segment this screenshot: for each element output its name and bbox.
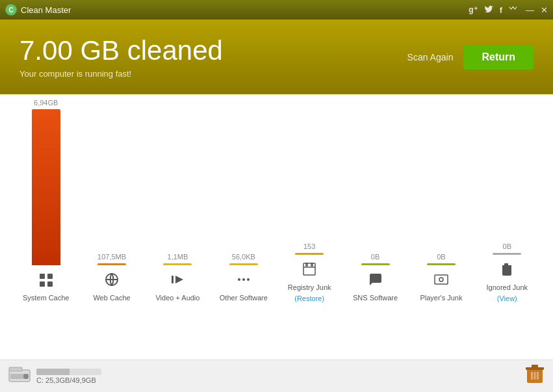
svg-rect-20 bbox=[9, 367, 22, 371]
bar-container-sns-software bbox=[359, 263, 392, 265]
bar-value-web-cache: 107,5MB bbox=[97, 253, 126, 261]
statusbar: C: 25,3GB/49,9GB bbox=[0, 359, 553, 392]
category-link-ignored-junk[interactable]: (View) bbox=[497, 294, 517, 302]
chart-item-other-software: 56,0KB Other Software bbox=[211, 107, 276, 302]
category-label-sns-software: SNS Software bbox=[353, 294, 398, 302]
titlebar-left: C Clean Master bbox=[5, 4, 71, 16]
bar-line-sns-software bbox=[361, 263, 390, 265]
disk-info: C: 25,3GB/49,9GB bbox=[8, 365, 101, 388]
scan-again-button[interactable]: Scan Again bbox=[407, 52, 454, 62]
bar-container-video-audio bbox=[161, 263, 194, 265]
icon-area-registry-junk: Registry Junk (Restore) bbox=[288, 261, 331, 302]
bar-value-players-junk: 0B bbox=[437, 253, 445, 261]
category-label-registry-junk: Registry Junk bbox=[288, 283, 331, 292]
svg-rect-15 bbox=[435, 275, 448, 284]
signal-icon[interactable] bbox=[509, 5, 518, 16]
category-icon-system-cache bbox=[38, 272, 54, 291]
header-subtitle: Your computer is running fast! bbox=[19, 69, 223, 79]
bar-container-system-cache bbox=[30, 109, 62, 265]
category-label-video-audio: Video + Audio bbox=[155, 294, 199, 302]
close-button[interactable]: ✕ bbox=[541, 5, 548, 15]
chart-item-system-cache: 6,94GB System Cache bbox=[13, 107, 79, 302]
icon-area-sns-software: SNS Software bbox=[353, 272, 398, 302]
main-content: 6,94GB System Cache 107,5MB Web Cache 1,… bbox=[0, 94, 553, 359]
return-button[interactable]: Return bbox=[463, 45, 534, 70]
header-right: Scan Again Return bbox=[407, 45, 534, 70]
category-label-players-junk: Player's Junk bbox=[420, 294, 462, 302]
svg-rect-7 bbox=[172, 276, 174, 283]
bar-value-sns-software: 0B bbox=[371, 253, 379, 261]
bar-line-ignored-junk bbox=[493, 253, 521, 255]
category-label-other-software: Other Software bbox=[220, 294, 268, 302]
icon-area-other-software: Other Software bbox=[220, 272, 268, 302]
bar-container-other-software bbox=[227, 263, 260, 265]
svg-rect-24 bbox=[531, 372, 533, 380]
svg-rect-5 bbox=[47, 281, 53, 287]
google-plus-icon[interactable]: g⁺ bbox=[469, 5, 477, 14]
chart-item-video-audio: 1,1MB Video + Audio bbox=[145, 107, 211, 302]
category-icon-other-software bbox=[236, 272, 251, 291]
chart-area: 6,94GB System Cache 107,5MB Web Cache 1,… bbox=[6, 107, 547, 302]
svg-rect-11 bbox=[303, 263, 315, 275]
header-left: 7.00 GB cleaned Your computer is running… bbox=[19, 35, 223, 79]
category-icon-registry-junk bbox=[302, 261, 317, 281]
icon-area-video-audio: Video + Audio bbox=[155, 272, 199, 302]
category-icon-players-junk bbox=[433, 272, 449, 291]
bar-value-video-audio: 1,1MB bbox=[168, 253, 188, 261]
window-controls: — ✕ bbox=[526, 5, 548, 15]
bar-line-web-cache bbox=[97, 263, 126, 265]
icon-area-players-junk: Player's Junk bbox=[420, 272, 462, 302]
icon-area-system-cache: System Cache bbox=[23, 272, 70, 302]
category-label-ignored-junk: Ignored Junk bbox=[487, 283, 528, 292]
titlebar-controls: g⁺ f — ✕ bbox=[469, 5, 548, 16]
bar-container-players-junk bbox=[425, 263, 457, 265]
cleaned-amount: 7.00 GB cleaned bbox=[19, 35, 223, 66]
svg-rect-13 bbox=[311, 263, 313, 266]
bar-value-other-software: 56,0KB bbox=[232, 253, 255, 261]
bar-line-other-software bbox=[229, 263, 258, 265]
chart-item-players-junk: 0B Player's Junk bbox=[408, 107, 474, 302]
bar-line-video-audio bbox=[163, 263, 192, 265]
bar-value-ignored-junk: 0B bbox=[503, 242, 511, 250]
category-icon-ignored-junk bbox=[499, 261, 515, 281]
bar-line-players-junk bbox=[427, 263, 456, 265]
bar-container-ignored-junk bbox=[491, 253, 523, 255]
bar-line-registry-junk bbox=[295, 253, 324, 255]
svg-point-8 bbox=[238, 278, 240, 281]
trash-icon[interactable] bbox=[524, 363, 545, 389]
chart-item-registry-junk: 153 Registry Junk (Restore) bbox=[277, 107, 342, 302]
svg-point-10 bbox=[247, 278, 250, 281]
disk-label: C: 25,3GB/49,9GB bbox=[36, 376, 101, 384]
chart-item-sns-software: 0B SNS Software bbox=[342, 107, 408, 302]
minimize-button[interactable]: — bbox=[526, 5, 534, 15]
app-logo: C bbox=[5, 4, 17, 16]
svg-text:C: C bbox=[8, 7, 13, 14]
facebook-icon[interactable]: f bbox=[500, 5, 502, 15]
svg-point-16 bbox=[439, 278, 443, 281]
svg-point-9 bbox=[242, 278, 245, 281]
category-icon-web-cache bbox=[104, 272, 120, 291]
bar-value-registry-junk: 153 bbox=[303, 242, 315, 250]
svg-rect-4 bbox=[40, 281, 45, 287]
disk-detail: C: 25,3GB/49,9GB bbox=[36, 369, 101, 384]
svg-rect-25 bbox=[534, 372, 536, 380]
icon-area-web-cache: Web Cache bbox=[93, 272, 130, 302]
bar-system-cache bbox=[32, 109, 60, 265]
svg-point-19 bbox=[23, 374, 29, 379]
app-title: Clean Master bbox=[21, 5, 71, 15]
disk-bar-outer bbox=[36, 369, 101, 375]
svg-rect-3 bbox=[47, 274, 53, 279]
bar-container-web-cache bbox=[96, 263, 128, 265]
disk-bar-inner bbox=[36, 369, 70, 375]
bar-container-registry-junk bbox=[293, 253, 326, 255]
chart-item-ignored-junk: 0B Ignored Junk (View) bbox=[474, 107, 540, 302]
twitter-icon[interactable] bbox=[484, 5, 493, 16]
category-link-registry-junk[interactable]: (Restore) bbox=[294, 294, 324, 302]
category-label-web-cache: Web Cache bbox=[93, 294, 130, 302]
chart-item-web-cache: 107,5MB Web Cache bbox=[79, 107, 144, 302]
svg-rect-12 bbox=[306, 263, 307, 266]
bar-value-system-cache: 6,94GB bbox=[34, 99, 58, 107]
svg-rect-23 bbox=[532, 365, 538, 368]
social-links: g⁺ f bbox=[469, 5, 518, 16]
header-banner: 7.00 GB cleaned Your computer is running… bbox=[0, 20, 553, 94]
